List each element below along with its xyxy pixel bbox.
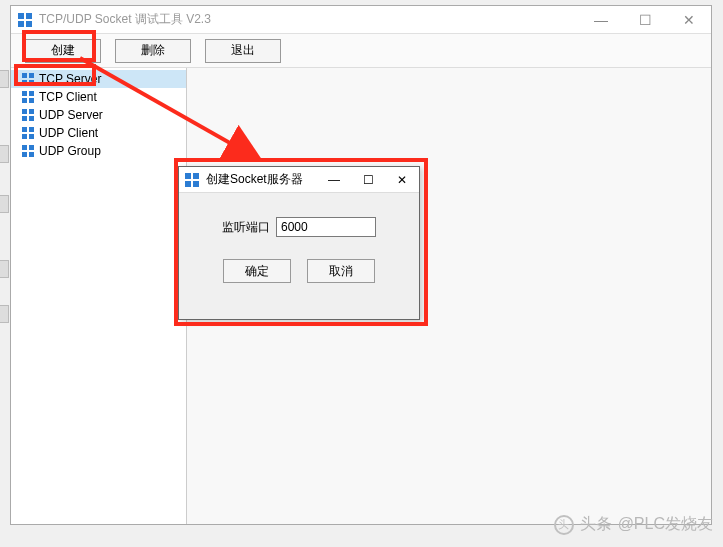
svg-rect-26: [185, 181, 191, 187]
server-icon: [21, 144, 35, 158]
svg-rect-9: [29, 91, 34, 96]
svg-rect-22: [22, 152, 27, 157]
dialog-window-controls: — ☐ ✕: [317, 167, 419, 193]
svg-rect-8: [22, 91, 27, 96]
window-controls: — ☐ ✕: [579, 6, 711, 34]
server-icon: [21, 90, 35, 104]
app-icon: [17, 12, 33, 28]
watermark-icon: 头: [554, 515, 574, 535]
window-title: TCP/UDP Socket 调试工具 V2.3: [39, 11, 211, 28]
svg-rect-1: [26, 13, 32, 19]
svg-rect-0: [18, 13, 24, 19]
svg-rect-17: [29, 127, 34, 132]
maximize-button[interactable]: ☐: [623, 6, 667, 34]
ok-button[interactable]: 确定: [223, 259, 291, 283]
dialog-titlebar: 创建Socket服务器 — ☐ ✕: [179, 167, 419, 193]
dialog-maximize-button[interactable]: ☐: [351, 167, 385, 193]
dialog-title: 创建Socket服务器: [206, 171, 303, 188]
sidebar-item-label: TCP Server: [39, 72, 101, 86]
svg-rect-20: [22, 145, 27, 150]
svg-rect-13: [29, 109, 34, 114]
svg-rect-6: [22, 80, 27, 85]
watermark: 头 头条 @PLC发烧友: [554, 514, 713, 535]
sidebar-item-label: UDP Server: [39, 108, 103, 122]
svg-rect-10: [22, 98, 27, 103]
svg-rect-11: [29, 98, 34, 103]
svg-rect-4: [22, 73, 27, 78]
port-label: 监听端口: [222, 219, 270, 236]
svg-rect-12: [22, 109, 27, 114]
svg-rect-15: [29, 116, 34, 121]
delete-button[interactable]: 删除: [115, 39, 191, 63]
dialog-buttons: 确定 取消: [197, 259, 401, 283]
dialog-body: 监听端口 确定 取消: [179, 193, 419, 295]
create-button[interactable]: 创建: [25, 39, 101, 63]
sidebar-item-udp-group[interactable]: UDP Group: [11, 142, 186, 160]
dialog-icon: [184, 172, 200, 188]
titlebar: TCP/UDP Socket 调试工具 V2.3 — ☐ ✕: [11, 6, 711, 34]
port-input[interactable]: [276, 217, 376, 237]
svg-rect-18: [22, 134, 27, 139]
server-icon: [21, 126, 35, 140]
svg-rect-21: [29, 145, 34, 150]
toolbar: 创建 删除 退出: [11, 34, 711, 68]
watermark-prefix: 头条: [580, 514, 612, 535]
cancel-button[interactable]: 取消: [307, 259, 375, 283]
svg-rect-24: [185, 173, 191, 179]
sidebar-item-tcp-client[interactable]: TCP Client: [11, 88, 186, 106]
svg-rect-2: [18, 21, 24, 27]
exit-button[interactable]: 退出: [205, 39, 281, 63]
dialog-minimize-button[interactable]: —: [317, 167, 351, 193]
svg-rect-3: [26, 21, 32, 27]
svg-rect-25: [193, 173, 199, 179]
dialog-close-button[interactable]: ✕: [385, 167, 419, 193]
watermark-handle: @PLC发烧友: [618, 514, 713, 535]
svg-rect-16: [22, 127, 27, 132]
sidebar-item-label: TCP Client: [39, 90, 97, 104]
sidebar-item-label: UDP Client: [39, 126, 98, 140]
close-button[interactable]: ✕: [667, 6, 711, 34]
sidebar: TCP Server TCP Client UDP Server UDP Cli…: [11, 68, 187, 524]
server-icon: [21, 108, 35, 122]
minimize-button[interactable]: —: [579, 6, 623, 34]
create-socket-dialog: 创建Socket服务器 — ☐ ✕ 监听端口 确定 取消: [178, 166, 420, 320]
svg-rect-14: [22, 116, 27, 121]
sidebar-item-label: UDP Group: [39, 144, 101, 158]
sidebar-item-tcp-server[interactable]: TCP Server: [11, 70, 186, 88]
svg-rect-5: [29, 73, 34, 78]
svg-rect-23: [29, 152, 34, 157]
svg-rect-19: [29, 134, 34, 139]
sidebar-item-udp-server[interactable]: UDP Server: [11, 106, 186, 124]
svg-rect-7: [29, 80, 34, 85]
server-icon: [21, 72, 35, 86]
svg-rect-27: [193, 181, 199, 187]
sidebar-item-udp-client[interactable]: UDP Client: [11, 124, 186, 142]
port-field-row: 监听端口: [197, 217, 401, 237]
